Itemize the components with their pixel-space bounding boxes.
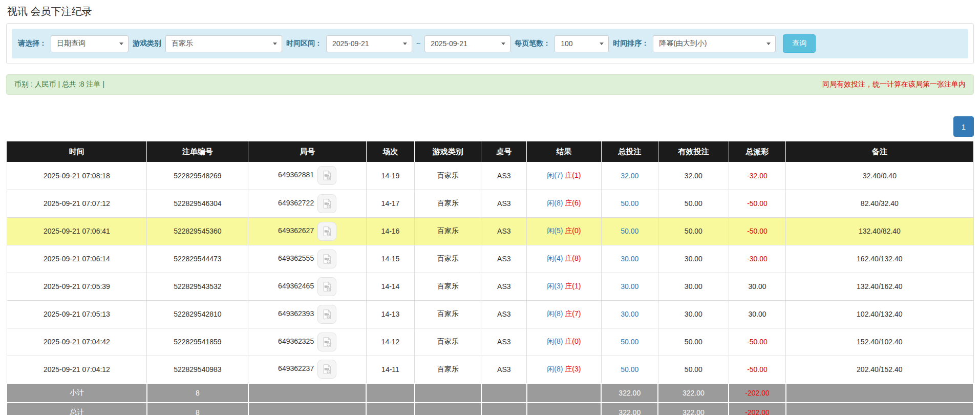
valid-bet-cell: 50.00 (658, 356, 729, 383)
video-replay-button[interactable] (317, 277, 336, 296)
total-bet-cell[interactable]: 30.00 (601, 300, 658, 328)
result-banker: 庄(1) (565, 282, 581, 290)
remark-cell: 152.40/102.40 (786, 328, 973, 356)
result-player: 闲(8) (547, 365, 563, 373)
table-row: 2025-09-21 07:07:12 522829546304 6493627… (7, 190, 973, 217)
date-from-picker[interactable]: 2025-09-21 (326, 35, 412, 52)
total-bet-cell[interactable]: 50.00 (601, 190, 658, 217)
session-cell: 14-13 (366, 300, 414, 328)
payout-cell: -32.00 (729, 162, 785, 190)
table-row: 2025-09-21 07:04:12 522829540983 6493622… (7, 356, 973, 383)
table-number-cell: AS3 (481, 217, 527, 245)
result-cell: 闲(5) 庄(0) (527, 217, 601, 245)
chevron-down-icon (273, 43, 277, 45)
total-bet-link[interactable]: 32.00 (621, 172, 638, 180)
video-replay-button[interactable] (317, 166, 336, 185)
game-type-cell: 百家乐 (415, 162, 481, 190)
result-player: 闲(8) (547, 337, 563, 345)
table-footer-row: 总计 8 322.00 322.00 -202.00 (7, 403, 973, 415)
date-range-label: 时间区间： (286, 39, 322, 48)
total-bet-cell[interactable]: 32.00 (601, 162, 658, 190)
table-header-row: 时间注单编号局号场次游戏类别桌号结果总投注有效投注总派彩备注 (7, 141, 973, 162)
video-replay-button[interactable] (317, 333, 336, 351)
payout-value: -50.00 (747, 227, 768, 235)
footer-label: 小计 (7, 383, 147, 403)
bet-id-cell: 522829540983 (147, 356, 248, 383)
column-header: 备注 (786, 141, 973, 162)
table-number-cell: AS3 (481, 245, 527, 273)
video-replay-button[interactable] (317, 194, 336, 213)
footer-total-bet: 322.00 (601, 403, 658, 415)
payout-value: 30.00 (748, 282, 766, 291)
session-cell: 14-12 (366, 328, 414, 356)
bet-time-cell: 2025-09-21 07:06:41 (7, 217, 147, 245)
result-banker: 庄(6) (565, 199, 581, 207)
bet-id-cell: 522829545360 (147, 217, 248, 245)
column-header: 总投注 (601, 141, 658, 162)
total-bet-cell[interactable]: 50.00 (601, 217, 658, 245)
result-player: 闲(8) (547, 199, 563, 207)
table-number-cell: AS3 (481, 190, 527, 217)
sort-order-dropdown[interactable]: 降幂(由大到小) (653, 35, 776, 52)
total-bet-link[interactable]: 30.00 (621, 255, 638, 263)
total-bet-link[interactable]: 30.00 (621, 282, 638, 291)
page-button-1[interactable]: 1 (953, 116, 974, 137)
total-bet-cell[interactable]: 50.00 (601, 356, 658, 383)
result-player: 闲(4) (547, 254, 563, 262)
bet-time-cell: 2025-09-21 07:06:14 (7, 245, 147, 273)
table-row: 2025-09-21 07:05:39 522829543532 6493624… (7, 273, 973, 300)
bet-time-cell: 2025-09-21 07:05:39 (7, 273, 147, 300)
valid-bet-cell: 50.00 (658, 217, 729, 245)
game-type-dropdown[interactable]: 百家乐 (165, 35, 282, 52)
payout-value: -50.00 (747, 338, 768, 346)
total-bet-cell[interactable]: 30.00 (601, 245, 658, 273)
payout-cell: -30.00 (729, 245, 785, 273)
bet-time-cell: 2025-09-21 07:04:42 (7, 328, 147, 356)
total-bet-link[interactable]: 50.00 (621, 227, 638, 235)
game-type-cell: 百家乐 (415, 217, 481, 245)
payout-value: -32.00 (747, 172, 768, 180)
payout-cell: -50.00 (729, 190, 785, 217)
round-id-cell: 649362627 (248, 217, 366, 245)
column-header: 注单编号 (147, 141, 248, 162)
video-replay-button[interactable] (317, 305, 336, 324)
summary-note: 同局有效投注，统一计算在该局第一张注单内 (822, 80, 966, 89)
search-button[interactable]: 查询 (783, 34, 816, 53)
round-id-cell: 649362393 (248, 300, 366, 328)
bet-time-cell: 2025-09-21 07:05:13 (7, 300, 147, 328)
bet-id-cell: 522829541859 (147, 328, 248, 356)
column-header: 局号 (248, 141, 366, 162)
page: 视讯 会员下注纪录 请选择： 日期查询 游戏类别 百家乐 时间区间： 2025-… (0, 5, 980, 415)
date-to-picker[interactable]: 2025-09-21 (424, 35, 510, 52)
video-replay-button[interactable] (317, 222, 336, 241)
payout-value: -50.00 (747, 199, 768, 208)
result-cell: 闲(4) 庄(8) (527, 245, 601, 273)
total-bet-cell[interactable]: 50.00 (601, 328, 658, 356)
total-bet-link[interactable]: 50.00 (621, 338, 638, 346)
video-replay-icon (322, 226, 332, 237)
chevron-down-icon (403, 43, 407, 45)
video-replay-icon (322, 281, 332, 292)
result-cell: 闲(8) 庄(7) (527, 300, 601, 328)
valid-bet-cell: 30.00 (658, 300, 729, 328)
result-banker: 庄(0) (565, 337, 581, 345)
video-replay-button[interactable] (317, 360, 336, 379)
total-bet-link[interactable]: 50.00 (621, 199, 638, 208)
payout-value: 30.00 (748, 310, 766, 318)
chevron-down-icon (501, 43, 505, 45)
column-header: 结果 (527, 141, 601, 162)
bet-time-cell: 2025-09-21 07:08:18 (7, 162, 147, 190)
table-row: 2025-09-21 07:04:42 522829541859 6493623… (7, 328, 973, 356)
page-size-dropdown[interactable]: 100 (555, 35, 609, 52)
video-replay-button[interactable] (317, 250, 336, 268)
footer-valid-bet: 322.00 (658, 403, 729, 415)
result-player: 闲(8) (547, 309, 563, 318)
game-type-cell: 百家乐 (415, 245, 481, 273)
valid-bet-cell: 32.00 (658, 162, 729, 190)
total-bet-link[interactable]: 30.00 (621, 310, 638, 318)
total-bet-cell[interactable]: 30.00 (601, 273, 658, 300)
total-bet-link[interactable]: 50.00 (621, 365, 638, 374)
bet-id-cell: 522829542810 (147, 300, 248, 328)
query-type-dropdown[interactable]: 日期查询 (51, 35, 129, 52)
remark-cell: 102.40/132.40 (786, 300, 973, 328)
